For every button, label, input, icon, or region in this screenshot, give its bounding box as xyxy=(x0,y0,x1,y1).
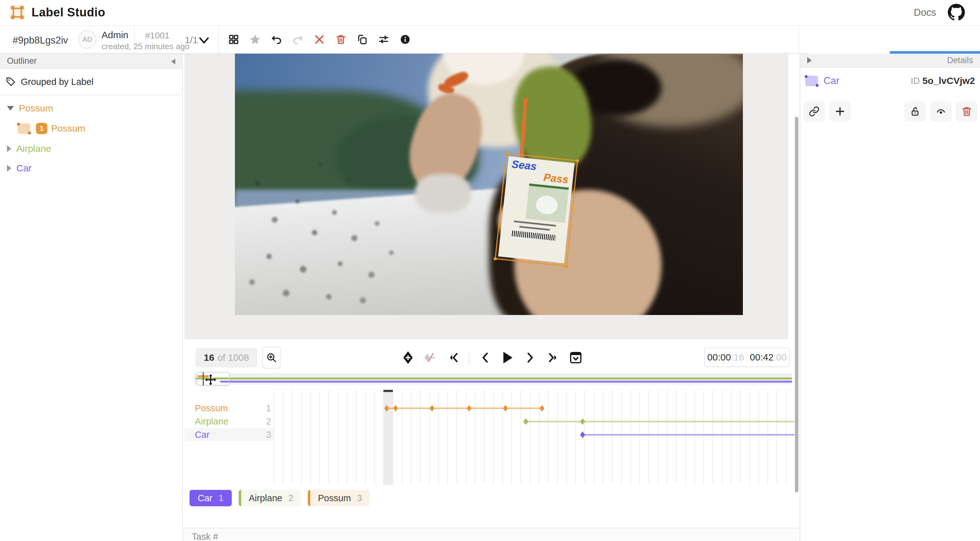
group-label: Airplane xyxy=(16,143,51,154)
season-pass-card: Seas Pass xyxy=(498,156,575,263)
current-time-input[interactable]: 00:00:16 xyxy=(705,352,747,363)
hide-region-eye-button[interactable] xyxy=(930,101,951,121)
label-button-car[interactable]: Car1 xyxy=(189,490,232,506)
pass-card-barcode xyxy=(512,230,556,241)
frame-counter[interactable]: 16 of 1008 xyxy=(196,348,257,367)
total-time-input[interactable]: 00:42:00 xyxy=(747,352,789,363)
next-frame-button[interactable] xyxy=(523,350,538,365)
keyframe-span[interactable] xyxy=(526,421,795,422)
region-actions xyxy=(803,101,977,122)
label-hotkey: 1 xyxy=(219,493,224,503)
info-icon[interactable] xyxy=(398,32,412,47)
snow-speckles xyxy=(235,132,519,315)
video-frame[interactable]: Seas Pass xyxy=(235,54,743,315)
seekbar-playhead[interactable] xyxy=(203,372,204,385)
next-keyframe-button[interactable] xyxy=(546,350,560,365)
outliner-group-row[interactable]: Car xyxy=(0,158,182,178)
label-button-airplane[interactable]: Airplane2 xyxy=(239,490,301,506)
chevron-down-icon[interactable] xyxy=(199,36,209,45)
outliner-group-row[interactable]: Possum xyxy=(0,99,182,118)
grouping-selector[interactable]: Grouped by Label xyxy=(0,69,182,95)
keyframe[interactable] xyxy=(467,405,472,412)
divider xyxy=(469,351,469,365)
region-id: ID 5o_lvCVjw2 xyxy=(911,75,975,86)
caret-collapsed-icon[interactable] xyxy=(7,145,11,152)
expand-panel-icon[interactable] xyxy=(807,57,811,64)
keyframe[interactable] xyxy=(503,405,508,412)
github-icon[interactable] xyxy=(948,4,965,21)
collapse-panel-icon[interactable] xyxy=(171,59,175,64)
zoom-button[interactable] xyxy=(262,346,281,369)
divider xyxy=(218,26,219,53)
outliner-region-row[interactable]: 1Possum xyxy=(0,118,182,139)
link-region-button[interactable] xyxy=(803,101,825,121)
duplicate-copy-icon[interactable] xyxy=(355,32,369,47)
annotation-id: #1001 xyxy=(145,30,170,41)
track-number: 3 xyxy=(255,428,271,441)
media-canvas: Seas Pass xyxy=(185,54,788,339)
details-title: Details xyxy=(947,56,973,65)
outliner-panel: Outliner Grouped by Label Possum1PossumA… xyxy=(0,54,183,541)
settings-transfer-icon[interactable] xyxy=(377,32,391,47)
star-ground-truth-button[interactable] xyxy=(248,32,262,47)
grouping-label: Grouped by Label xyxy=(21,77,94,87)
label-text: Airplane xyxy=(249,493,282,503)
seekbar[interactable] xyxy=(194,373,792,385)
bbox-region-selected[interactable]: Seas Pass xyxy=(495,152,578,267)
keyframe[interactable] xyxy=(430,405,434,412)
keyframe-span[interactable] xyxy=(583,434,795,436)
region-rect-icon xyxy=(805,76,818,86)
details-panel: Details Car ID 5o_lvCVjw2 xyxy=(800,54,980,541)
keyframe[interactable] xyxy=(384,405,389,412)
white-cuff xyxy=(415,174,471,213)
keyframe-span[interactable] xyxy=(387,407,542,409)
undo-icon[interactable] xyxy=(269,32,284,47)
task-id: #9pb8Lgs2iv xyxy=(13,35,68,46)
keyframe[interactable] xyxy=(539,405,544,412)
group-label: Possum xyxy=(19,103,53,113)
keyframe[interactable] xyxy=(580,431,585,438)
keyframe[interactable] xyxy=(393,405,398,412)
pass-card-word1: Seas xyxy=(511,159,537,171)
vertical-scrollbar[interactable] xyxy=(795,117,799,492)
label-hotkey: 3 xyxy=(357,493,362,503)
seekbar-track-segment xyxy=(196,378,792,380)
collapse-timeline-button[interactable] xyxy=(568,350,583,365)
caret-collapsed-icon[interactable] xyxy=(7,165,11,172)
outliner-group-row[interactable]: Airplane xyxy=(0,139,182,158)
previous-keyframe-button[interactable] xyxy=(446,350,461,365)
pass-card-photo xyxy=(526,184,569,223)
user-name: Admin xyxy=(102,30,128,40)
previous-frame-button[interactable] xyxy=(478,350,492,365)
region-rect-icon xyxy=(18,123,30,134)
corner-dot xyxy=(17,123,20,126)
docs-link[interactable]: Docs xyxy=(914,7,936,18)
delete-region-trash-button[interactable] xyxy=(956,101,977,121)
time-display: 00:00:16 00:42:00 xyxy=(704,348,790,367)
lock-region-button[interactable] xyxy=(904,101,926,121)
track-number: 2 xyxy=(255,415,271,428)
track-number: 1 xyxy=(255,402,271,415)
add-relation-button[interactable] xyxy=(829,101,851,121)
keyframe[interactable] xyxy=(580,418,585,425)
reject-x-icon[interactable] xyxy=(312,32,327,47)
redo-icon[interactable] xyxy=(291,32,305,47)
keyframe[interactable] xyxy=(523,418,528,425)
selected-region-row[interactable]: Car ID 5o_lvCVjw2 xyxy=(800,72,980,89)
avatar: AD xyxy=(78,30,97,49)
pass-card-word2: Pass xyxy=(543,172,569,184)
track-label[interactable]: Car xyxy=(195,428,210,441)
track-label[interactable]: Airplane xyxy=(195,415,228,428)
tag-icon xyxy=(6,77,16,87)
track-label[interactable]: Possum xyxy=(195,402,228,415)
label-button-possum[interactable]: Possum3 xyxy=(308,490,369,506)
delete-annotation-trash-icon[interactable] xyxy=(334,32,348,47)
keyframe-interpolation-button[interactable] xyxy=(423,350,438,365)
task-number-label: Task # xyxy=(192,531,218,541)
corner-dot xyxy=(28,132,31,134)
playback-controls xyxy=(397,346,587,369)
caret-expanded-icon[interactable] xyxy=(7,106,14,110)
play-button[interactable] xyxy=(500,350,515,365)
views-grid-button[interactable] xyxy=(226,32,241,47)
add-keyframe-button[interactable] xyxy=(401,350,415,365)
